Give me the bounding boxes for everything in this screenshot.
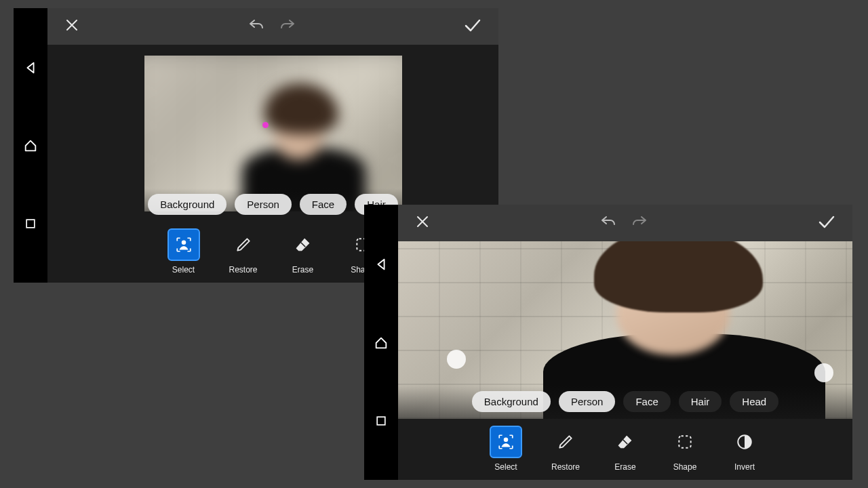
redo-icon[interactable]: [279, 18, 296, 35]
recents-square-icon[interactable]: [24, 217, 37, 230]
tool-label: Shape: [673, 462, 697, 472]
tool-restore[interactable]: Restore: [545, 426, 586, 472]
editor-content: Background Person Face Hair Head Select …: [398, 205, 852, 480]
tool-invert[interactable]: Invert: [724, 426, 765, 472]
chip-person[interactable]: Person: [559, 391, 616, 412]
tool-label: Erase: [292, 265, 313, 274]
selection-chips: Background Person Face Hair Head: [398, 386, 852, 419]
svg-rect-0: [26, 220, 35, 228]
chip-person[interactable]: Person: [235, 194, 292, 215]
chip-background[interactable]: Background: [472, 391, 551, 412]
confirm-check-icon[interactable]: [463, 17, 482, 36]
android-navbar: [364, 205, 398, 480]
redo-icon[interactable]: [631, 214, 648, 232]
editor-canvas[interactable]: Background Person Face Hair Head: [398, 241, 852, 419]
eraser-icon: [609, 426, 642, 458]
editor-topbar: [398, 205, 852, 241]
recents-square-icon[interactable]: [374, 414, 388, 428]
select-person-icon: [490, 426, 522, 458]
tool-shape[interactable]: Shape: [665, 426, 705, 472]
marquee-icon: [669, 426, 701, 458]
tool-label: Select: [172, 265, 195, 274]
tool-select[interactable]: Select: [163, 228, 204, 274]
back-triangle-icon[interactable]: [374, 257, 389, 272]
tool-select[interactable]: Select: [486, 426, 526, 472]
svg-rect-3: [377, 417, 385, 425]
invert-icon: [728, 426, 761, 458]
undo-icon[interactable]: [248, 18, 265, 35]
home-icon[interactable]: [374, 336, 389, 350]
undo-icon[interactable]: [599, 214, 617, 232]
confirm-check-icon[interactable]: [817, 214, 836, 232]
tool-erase[interactable]: Erase: [605, 426, 646, 472]
close-icon[interactable]: [414, 214, 431, 232]
android-navbar: [14, 8, 47, 283]
editor-topbar: [47, 8, 498, 45]
tool-row: Select Restore Erase Shape: [398, 419, 852, 480]
tool-label: Restore: [551, 462, 580, 472]
brush-icon: [549, 426, 582, 458]
close-icon[interactable]: [64, 17, 80, 36]
chip-head[interactable]: Head: [730, 391, 778, 412]
svg-rect-5: [679, 436, 690, 447]
tool-label: Select: [494, 462, 517, 472]
editor-canvas[interactable]: Background Person Face Hair: [47, 45, 498, 222]
eraser-icon: [287, 228, 319, 261]
tool-restore[interactable]: Restore: [223, 228, 264, 274]
svg-point-4: [504, 438, 509, 443]
tool-erase[interactable]: Erase: [283, 228, 323, 274]
phone-editor-b: Background Person Face Hair Head Select …: [364, 205, 852, 480]
tool-label: Invert: [734, 462, 755, 472]
svg-point-1: [181, 241, 186, 245]
brush-icon: [227, 228, 260, 261]
tool-label: Erase: [614, 462, 635, 472]
home-icon[interactable]: [23, 138, 38, 153]
select-person-icon: [167, 228, 200, 261]
tool-label: Restore: [229, 265, 257, 274]
chip-face[interactable]: Face: [300, 194, 347, 215]
back-triangle-icon[interactable]: [23, 60, 38, 75]
chip-face[interactable]: Face: [623, 391, 670, 412]
chip-background[interactable]: Background: [148, 194, 226, 215]
chip-hair[interactable]: Hair: [679, 391, 722, 412]
edited-photo: [144, 56, 402, 211]
